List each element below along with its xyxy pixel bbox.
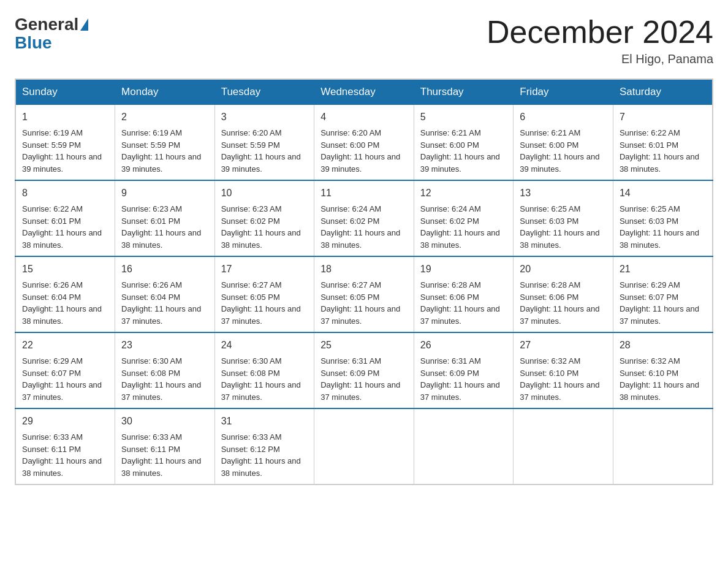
sunrise-label: Sunrise: 6:27 AM <box>221 280 282 289</box>
sunset-label: Sunset: 6:09 PM <box>420 369 479 378</box>
calendar-cell: 18Sunrise: 6:27 AMSunset: 6:05 PMDayligh… <box>314 256 414 332</box>
calendar-cell: 31Sunrise: 6:33 AMSunset: 6:12 PMDayligh… <box>214 408 314 484</box>
sunset-label: Sunset: 6:02 PM <box>420 216 479 226</box>
calendar-cell: 22Sunrise: 6:29 AMSunset: 6:07 PMDayligh… <box>15 332 115 408</box>
day-number: 21 <box>620 262 706 277</box>
calendar-cell: 19Sunrise: 6:28 AMSunset: 6:06 PMDayligh… <box>414 256 514 332</box>
calendar-cell: 28Sunrise: 6:32 AMSunset: 6:10 PMDayligh… <box>613 332 713 408</box>
day-number: 2 <box>121 110 208 124</box>
sunset-label: Sunset: 6:06 PM <box>420 293 479 302</box>
daylight-label: Daylight: 11 hours and 38 minutes. <box>520 228 599 250</box>
sunrise-label: Sunrise: 6:30 AM <box>121 356 182 366</box>
location: El Higo, Panama <box>487 52 713 66</box>
calendar-cell <box>414 408 514 484</box>
sunrise-label: Sunrise: 6:24 AM <box>320 204 381 213</box>
calendar-week-row: 15Sunrise: 6:26 AMSunset: 6:04 PMDayligh… <box>15 256 713 332</box>
day-number: 24 <box>221 338 308 353</box>
sunset-label: Sunset: 6:12 PM <box>221 445 280 454</box>
sunset-label: Sunset: 6:11 PM <box>121 445 180 454</box>
daylight-label: Daylight: 11 hours and 37 minutes. <box>520 380 599 402</box>
daylight-label: Daylight: 11 hours and 37 minutes. <box>221 304 301 326</box>
day-number: 18 <box>320 262 408 277</box>
daylight-label: Daylight: 11 hours and 37 minutes. <box>420 380 500 402</box>
sunrise-label: Sunrise: 6:31 AM <box>420 356 481 366</box>
calendar-cell: 16Sunrise: 6:26 AMSunset: 6:04 PMDayligh… <box>115 256 215 332</box>
logo-arrow-icon <box>80 18 88 31</box>
calendar-cell: 23Sunrise: 6:30 AMSunset: 6:08 PMDayligh… <box>115 332 215 408</box>
day-number: 27 <box>520 338 607 353</box>
day-number: 12 <box>420 186 507 201</box>
daylight-label: Daylight: 11 hours and 37 minutes. <box>320 304 400 326</box>
day-number: 11 <box>320 186 408 201</box>
month-title: December 2024 <box>487 15 713 50</box>
calendar-week-row: 29Sunrise: 6:33 AMSunset: 6:11 PMDayligh… <box>15 408 713 484</box>
sunrise-label: Sunrise: 6:32 AM <box>620 356 680 366</box>
sunrise-label: Sunrise: 6:26 AM <box>22 280 83 289</box>
day-number: 25 <box>320 338 408 353</box>
day-number: 23 <box>121 338 208 353</box>
day-header-thursday: Thursday <box>414 79 514 105</box>
day-number: 14 <box>620 186 706 201</box>
calendar-cell: 17Sunrise: 6:27 AMSunset: 6:05 PMDayligh… <box>214 256 314 332</box>
sunrise-label: Sunrise: 6:26 AM <box>121 280 182 289</box>
sunset-label: Sunset: 6:00 PM <box>420 140 479 150</box>
calendar-week-row: 8Sunrise: 6:22 AMSunset: 6:01 PMDaylight… <box>15 180 713 256</box>
calendar-body: 1Sunrise: 6:19 AMSunset: 5:59 PMDaylight… <box>15 105 713 485</box>
sunrise-label: Sunrise: 6:23 AM <box>221 204 282 213</box>
calendar-cell: 27Sunrise: 6:32 AMSunset: 6:10 PMDayligh… <box>514 332 613 408</box>
daylight-label: Daylight: 11 hours and 39 minutes. <box>121 152 201 174</box>
daylight-label: Daylight: 11 hours and 38 minutes. <box>320 228 400 250</box>
daylight-label: Daylight: 11 hours and 38 minutes. <box>121 228 201 250</box>
sunset-label: Sunset: 6:10 PM <box>520 369 578 378</box>
day-header-saturday: Saturday <box>613 79 713 105</box>
sunrise-label: Sunrise: 6:22 AM <box>620 128 680 137</box>
calendar-cell: 2Sunrise: 6:19 AMSunset: 5:59 PMDaylight… <box>115 105 215 181</box>
sunrise-label: Sunrise: 6:28 AM <box>420 280 481 289</box>
daylight-label: Daylight: 11 hours and 38 minutes. <box>221 228 301 250</box>
daylight-label: Daylight: 11 hours and 38 minutes. <box>620 228 699 250</box>
calendar-cell: 4Sunrise: 6:20 AMSunset: 6:00 PMDaylight… <box>314 105 414 181</box>
sunset-label: Sunset: 6:07 PM <box>620 293 678 302</box>
sunset-label: Sunset: 6:00 PM <box>320 140 379 150</box>
calendar-cell: 1Sunrise: 6:19 AMSunset: 5:59 PMDaylight… <box>15 105 115 181</box>
day-number: 5 <box>420 110 507 124</box>
daylight-label: Daylight: 11 hours and 37 minutes. <box>221 380 301 402</box>
day-number: 9 <box>121 186 208 201</box>
sunrise-label: Sunrise: 6:25 AM <box>620 204 680 213</box>
calendar-cell: 20Sunrise: 6:28 AMSunset: 6:06 PMDayligh… <box>514 256 613 332</box>
day-number: 1 <box>22 110 108 124</box>
day-header-sunday: Sunday <box>15 79 115 105</box>
daylight-label: Daylight: 11 hours and 37 minutes. <box>121 304 201 326</box>
sunset-label: Sunset: 6:08 PM <box>121 369 180 378</box>
calendar-cell: 30Sunrise: 6:33 AMSunset: 6:11 PMDayligh… <box>115 408 215 484</box>
daylight-label: Daylight: 11 hours and 37 minutes. <box>420 304 500 326</box>
calendar-cell <box>613 408 713 484</box>
daylight-label: Daylight: 11 hours and 38 minutes. <box>620 380 699 402</box>
logo: General Blue <box>15 15 88 53</box>
sunset-label: Sunset: 6:01 PM <box>22 216 81 226</box>
daylight-label: Daylight: 11 hours and 38 minutes. <box>221 456 301 478</box>
sunset-label: Sunset: 6:02 PM <box>320 216 379 226</box>
day-number: 8 <box>22 186 108 201</box>
logo-general-text: General <box>15 15 78 34</box>
day-number: 30 <box>121 414 208 429</box>
sunrise-label: Sunrise: 6:33 AM <box>121 432 182 442</box>
day-number: 15 <box>22 262 108 277</box>
calendar-cell: 5Sunrise: 6:21 AMSunset: 6:00 PMDaylight… <box>414 105 514 181</box>
day-number: 29 <box>22 414 108 429</box>
sunrise-label: Sunrise: 6:20 AM <box>320 128 381 137</box>
sunrise-label: Sunrise: 6:21 AM <box>520 128 580 137</box>
sunset-label: Sunset: 6:00 PM <box>520 140 578 150</box>
title-area: December 2024 El Higo, Panama <box>487 15 713 66</box>
sunset-label: Sunset: 6:10 PM <box>620 369 678 378</box>
sunrise-label: Sunrise: 6:24 AM <box>420 204 481 213</box>
sunrise-label: Sunrise: 6:19 AM <box>121 128 182 137</box>
sunset-label: Sunset: 6:01 PM <box>620 140 678 150</box>
day-number: 7 <box>620 110 706 124</box>
sunrise-label: Sunrise: 6:28 AM <box>520 280 580 289</box>
daylight-label: Daylight: 11 hours and 39 minutes. <box>320 152 400 174</box>
sunset-label: Sunset: 6:04 PM <box>22 293 81 302</box>
sunset-label: Sunset: 6:06 PM <box>520 293 578 302</box>
page-header: General Blue December 2024 El Higo, Pana… <box>15 15 713 66</box>
sunrise-label: Sunrise: 6:23 AM <box>121 204 182 213</box>
